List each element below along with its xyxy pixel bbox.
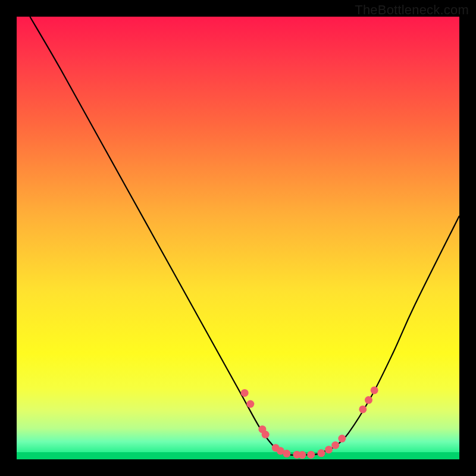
- chart-frame: [17, 17, 459, 459]
- marker-dot: [246, 400, 254, 408]
- marker-dot: [307, 451, 315, 459]
- curve-markers: [241, 386, 378, 459]
- marker-dot: [325, 446, 333, 453]
- marker-dot: [262, 431, 270, 439]
- marker-dot: [359, 405, 367, 413]
- marker-dot: [298, 451, 306, 459]
- marker-dot: [317, 449, 325, 457]
- marker-dot: [338, 435, 346, 443]
- marker-dot: [283, 450, 290, 458]
- bottleneck-curve: [17, 17, 459, 459]
- marker-dot: [365, 396, 372, 404]
- watermark: TheBottleneck.com: [355, 2, 469, 18]
- marker-dot: [241, 389, 249, 397]
- marker-dot: [371, 386, 378, 394]
- marker-dot: [331, 441, 339, 449]
